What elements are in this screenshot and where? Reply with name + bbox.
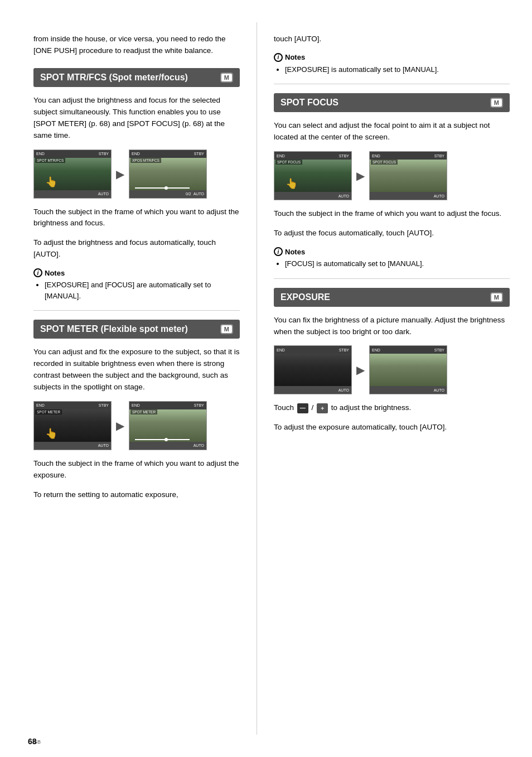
page-number: 68 <box>28 737 37 746</box>
intro-text: from inside the house, or vice versa, yo… <box>33 33 240 57</box>
spot-focus-notes-list: [FOCUS] is automatically set to [MANUAL]… <box>274 258 510 269</box>
spot-meter-header: SPOT METER (Flexible spot meter) M <box>33 320 240 339</box>
arrow-right-icon2: ▶ <box>116 419 124 432</box>
spot-meter-touch: Touch the subject in the frame of which … <box>33 458 240 481</box>
plus-button[interactable]: ＋ <box>317 403 328 413</box>
spot-mtr-fcs-image1: ENDSTBY SPOT MTR/FCS 👆 AUTO <box>33 150 112 199</box>
spot-meter-auto: To return the setting to automatic expos… <box>33 489 240 501</box>
exposure-badge: M <box>490 292 503 302</box>
spot-meter-label1: SPOT METER <box>35 409 62 414</box>
notes-icon: i <box>33 268 42 277</box>
spot-mtr-fcs-auto: To adjust the brightness and focus autom… <box>33 237 240 261</box>
spot-focus-images: ENDSTBY SPOT FOCUS 👆 AUTO ▶ ENDSTBY SPOT… <box>274 151 510 200</box>
spot-focus-header: SPOT FOCUS M <box>274 93 510 112</box>
spot-focus-body: You can select and adjust the focal poin… <box>274 120 510 143</box>
spot-meter-label2: SPOT METER <box>130 409 157 414</box>
minus-button[interactable]: — <box>297 403 308 413</box>
spot-focus-notes-item: [FOCUS] is automatically set to [MANUAL]… <box>285 258 510 269</box>
exposure-title: EXPOSURE <box>280 292 330 302</box>
exposure-image1: ENDSTBY AUTO <box>274 345 352 394</box>
right-notes-item: [EXPOSURE] is automatically set to [MANU… <box>285 64 510 75</box>
spot-mtr-fcs-image2: ENDSTBY XPOS MTR/FCS 0/2AUTO <box>129 150 207 199</box>
spot-mtr-fcs-label1: SPOT MTR/FCS <box>35 158 65 163</box>
slash-text: / <box>312 403 314 412</box>
spot-mtr-fcs-body: You can adjust the brightness and focus … <box>33 95 240 142</box>
exposure-touch-line: Touch — / ＋ to adjust the brightness. <box>274 402 510 414</box>
spot-focus-touch: Touch the subject in the frame of which … <box>274 208 510 220</box>
spot-mtr-fcs-title: SPOT MTR/FCS (Spot meter/focus) <box>40 73 188 83</box>
spot-meter-badge: M <box>220 324 233 334</box>
spot-focus-label1: SPOT FOCUS <box>275 160 302 165</box>
spot-focus-image1: ENDSTBY SPOT FOCUS 👆 AUTO <box>274 151 352 200</box>
spot-meter-images: ENDSTBY SPOT METER 👆 AUTO ▶ ENDSTBY SPOT… <box>33 401 240 450</box>
spot-focus-image2: ENDSTBY SPOT FOCUS AUTO <box>369 151 447 200</box>
exposure-images: ENDSTBY AUTO ▶ ENDSTBY AUTO <box>274 345 510 394</box>
spot-focus-title: SPOT FOCUS <box>280 98 338 108</box>
exposure-image2: ENDSTBY AUTO <box>369 345 447 394</box>
spot-meter-image1: ENDSTBY SPOT METER 👆 AUTO <box>33 401 112 450</box>
spot-focus-notes-icon: i <box>274 247 283 256</box>
section-divider2 <box>274 84 510 84</box>
right-auto-text: touch [AUTO]. <box>274 33 510 45</box>
notes-item: [EXPOSURE] and [FOCUS] are automatically… <box>45 279 240 301</box>
spot-focus-label2: SPOT FOCUS <box>371 160 398 165</box>
spot-mtr-fcs-images: ENDSTBY SPOT MTR/FCS 👆 AUTO ▶ ENDSTBY XP… <box>33 150 240 199</box>
arrow-right-icon: ▶ <box>116 167 124 181</box>
spot-mtr-fcs-notes: i Notes [EXPOSURE] and [FOCUS] are autom… <box>33 268 240 301</box>
right-notes: i Notes [EXPOSURE] is automatically set … <box>274 53 510 75</box>
spot-focus-badge: M <box>490 98 503 108</box>
right-notes-label: Notes <box>285 53 305 61</box>
spot-mtr-fcs-notes-list: [EXPOSURE] and [FOCUS] are automatically… <box>33 279 240 301</box>
exposure-auto: To adjust the exposure automatically, to… <box>274 422 510 433</box>
section-divider3 <box>274 278 510 279</box>
exposure-header: EXPOSURE M <box>274 288 510 307</box>
spot-mtr-fcs-badge: M <box>220 73 233 83</box>
spot-mtr-fcs-label2: XPOS MTR/FCS <box>130 158 161 163</box>
exposure-body: You can fix the brightness of a picture … <box>274 315 510 338</box>
arrow-right-icon4: ▶ <box>356 363 365 377</box>
spot-focus-auto: To adjust the focus automatically, touch… <box>274 228 510 239</box>
spot-mtr-fcs-touch: Touch the subject in the frame of which … <box>33 206 240 230</box>
spot-focus-notes: i Notes [FOCUS] is automatically set to … <box>274 247 510 269</box>
spot-meter-body: You can adjust and fix the exposure to t… <box>33 346 240 393</box>
right-notes-list: [EXPOSURE] is automatically set to [MANU… <box>274 64 510 75</box>
section-divider <box>33 310 240 311</box>
spot-focus-notes-label: Notes <box>285 248 305 256</box>
right-notes-icon: i <box>274 53 283 62</box>
spot-mtr-fcs-header: SPOT MTR/FCS (Spot meter/focus) M <box>33 68 240 87</box>
arrow-right-icon3: ▶ <box>356 169 365 182</box>
notes-label: Notes <box>45 269 65 277</box>
spot-meter-image2: ENDSTBY SPOT METER AUTO <box>129 401 207 450</box>
spot-meter-title: SPOT METER (Flexible spot meter) <box>40 324 188 334</box>
adjust-text: to adjust the brightness. <box>331 403 411 412</box>
exposure-touch-text: Touch <box>274 403 294 412</box>
